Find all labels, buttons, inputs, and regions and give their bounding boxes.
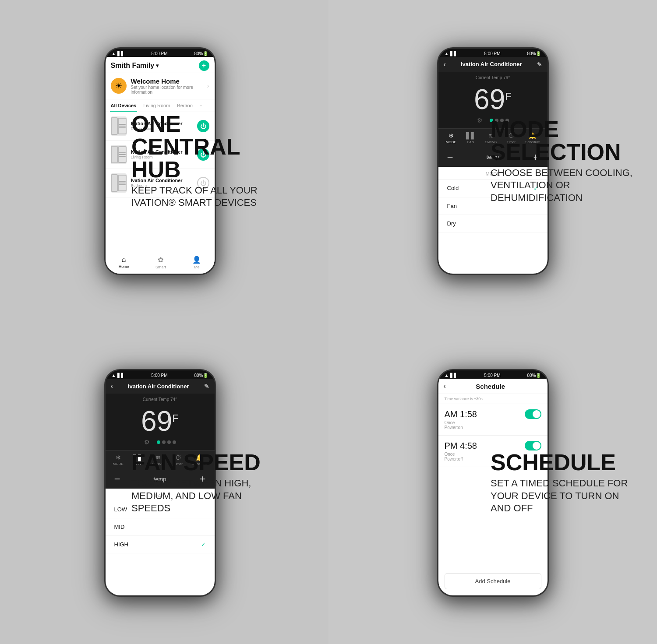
fan-option-mid[interactable]: MID — [106, 518, 215, 536]
quadrant-1: ▲ ▋▋ 5:00 PM 80%🔋 Smith Family + ☀ — [0, 0, 328, 322]
toggle-2[interactable] — [525, 441, 541, 450]
welcome-title: Welcome Home — [131, 77, 203, 85]
status-time-4: 5:00 PM — [484, 373, 500, 378]
schedule-item-1[interactable]: AM 1:58 OncePower:on — [438, 404, 548, 436]
signal-icon-2: ▋▋ — [450, 51, 457, 56]
nav-home-label: Home — [119, 264, 129, 269]
wifi-icon-3: ▲ — [112, 373, 116, 378]
temp-minus[interactable]: − — [447, 151, 453, 163]
status-left-1: ▲ ▋▋ — [112, 51, 125, 56]
status-bar-1: ▲ ▋▋ 5:00 PM 80%🔋 — [106, 49, 215, 57]
q2-label: MODESELECTION CHOOSE BETWEEN COOLING, VE… — [491, 118, 639, 204]
quadrant-2: ▲ ▋▋ 5:00 PM 80%🔋 ‹ Ivation Air Conditio… — [328, 0, 657, 322]
mode-icon: ❄ — [449, 132, 454, 139]
ac-icon-1 — [111, 116, 127, 136]
sched-time-2: PM 4:58 — [445, 441, 477, 451]
schedule-notice: Time variance is ±30s — [438, 394, 548, 404]
back-button-3[interactable]: ‹ — [111, 382, 113, 390]
nav-smart[interactable]: ✿ Smart — [155, 256, 166, 269]
gear-icon-2: ⚙ — [477, 117, 483, 124]
ac-icon-3 — [111, 173, 127, 193]
signal-icon-3: ▋▋ — [117, 373, 124, 378]
mode-dry-label: Dry — [447, 220, 456, 227]
ac-icon-2 — [111, 145, 127, 164]
setting-dots-3 — [157, 440, 176, 444]
sched-meta-1: OncePower:on — [445, 420, 477, 430]
dot-3-4 — [173, 440, 176, 444]
tab-all-devices[interactable]: All Devices — [110, 101, 138, 112]
ac-header-2: ‹ Ivation Air Conditioner ✎ — [438, 57, 548, 72]
status-battery-4: 80%🔋 — [527, 373, 541, 378]
status-battery: 80%🔋 — [194, 51, 208, 56]
add-schedule-button[interactable]: Add Schedule — [445, 573, 541, 589]
q1-subtitle: KEEP TRACK OF ALL YOUR IVATION® SMART DE… — [131, 184, 280, 209]
mode-option-dry[interactable]: Dry — [438, 215, 548, 232]
toggle-1[interactable] — [525, 409, 541, 419]
tab-bedroom[interactable]: Bedroo — [176, 101, 193, 112]
sched-meta-2: OncePower:off — [445, 452, 477, 461]
sched-row-1: AM 1:58 OncePower:on — [445, 409, 541, 430]
q2-title: MODESELECTION — [491, 118, 639, 163]
signal-icon-4: ▋▋ — [450, 373, 457, 378]
big-temp-3: 69F — [106, 403, 215, 435]
ctrl-fan[interactable]: ▋▋ FAN — [466, 132, 476, 144]
ctrl-mode-3[interactable]: ❄ MODE — [113, 454, 124, 466]
welcome-text: Welcome Home Set your home location for … — [131, 77, 203, 95]
status-time-2: 5:00 PM — [484, 51, 500, 56]
fan-option-high[interactable]: HIGH ✓ — [106, 536, 215, 553]
big-temp-2: 69F — [438, 81, 548, 113]
bottom-nav: ⌂ Home ✿ Smart 👤 Me — [106, 252, 215, 274]
nav-me[interactable]: 👤 Me — [192, 256, 201, 269]
temp-minus-3[interactable]: − — [114, 473, 120, 485]
welcome-banner[interactable]: ☀ Welcome Home Set your home location fo… — [106, 73, 215, 99]
home-icon: ⌂ — [122, 256, 126, 264]
mode-cold-label: Cold — [447, 185, 459, 191]
q3-subtitle: TOGGLE BETWEEN HIGH, MEDIUM, AND LOW FAN… — [131, 477, 280, 515]
sched-info-1: AM 1:58 OncePower:on — [445, 409, 477, 430]
tab-more[interactable]: ··· — [199, 101, 205, 112]
back-button-2[interactable]: ‹ — [444, 60, 446, 68]
fan-low-label: LOW — [114, 506, 127, 513]
fan-icon: ▋▋ — [466, 132, 476, 139]
q3-label: FAN SPEED TOGGLE BETWEEN HIGH, MEDIUM, A… — [131, 451, 280, 515]
quadrant-4: ▲ ▋▋ 5:00 PM 80%🔋 ‹ Schedule Time varian… — [328, 322, 657, 644]
q1-label: ONECENTRAL HUB KEEP TRACK OF ALL YOUR IV… — [131, 113, 280, 209]
mode-icon-3: ❄ — [116, 454, 121, 461]
add-device-button[interactable]: + — [199, 60, 209, 71]
fan-mid-label: MID — [114, 524, 125, 530]
schedule-header: ‹ Schedule — [438, 379, 548, 394]
current-temp-3: Current Temp 74° — [106, 394, 215, 403]
home-header: Smith Family + — [106, 57, 215, 73]
back-button-4[interactable]: ‹ — [444, 382, 446, 390]
mode-fan-label: Fan — [447, 203, 457, 209]
edit-button-3[interactable]: ✎ — [204, 383, 209, 390]
ac-header-3: ‹ Ivation Air Conditioner ✎ — [106, 379, 215, 394]
sched-time-1: AM 1:58 — [445, 409, 477, 419]
dot-3-1 — [157, 440, 160, 444]
sched-info-2: PM 4:58 OncePower:off — [445, 441, 477, 461]
nav-home[interactable]: ⌂ Home — [119, 256, 129, 269]
status-bar-3: ▲ ▋▋ 5:00 PM 80%🔋 — [106, 370, 215, 379]
settings-row-3: ⚙ — [106, 435, 215, 450]
status-bar-4: ▲ ▋▋ 5:00 PM 80%🔋 — [438, 370, 548, 379]
q4-label: SCHEDULE SET A TIMED SCHEDULE FOR YOUR D… — [491, 451, 639, 515]
fan-high-check: ✓ — [201, 541, 206, 548]
nav-smart-label: Smart — [155, 265, 166, 269]
person-icon: 👤 — [192, 256, 201, 264]
ctrl-mode[interactable]: ❄ MODE — [446, 132, 456, 144]
status-battery-2: 80%🔋 — [527, 51, 541, 56]
q4-title: SCHEDULE — [491, 451, 639, 474]
fan-high-label: HIGH — [114, 541, 129, 548]
ac-title-2: Ivation Air Conditioner — [461, 61, 522, 67]
dot-3-2 — [162, 440, 166, 444]
ac-title-3: Ivation Air Conditioner — [128, 383, 189, 390]
edit-button-2[interactable]: ✎ — [537, 61, 542, 68]
wifi-icon: ▲ — [112, 51, 116, 56]
welcome-subtitle: Set your home location for more informat… — [131, 85, 203, 95]
current-temp-2: Current Temp 76° — [438, 72, 548, 81]
family-name[interactable]: Smith Family — [111, 62, 159, 70]
tab-living-room[interactable]: Living Room — [142, 101, 171, 112]
q4-subtitle: SET A TIMED SCHEDULE FOR YOUR DEVICE TO … — [491, 477, 639, 515]
dot-3-3 — [167, 440, 171, 444]
status-bar-2: ▲ ▋▋ 5:00 PM 80%🔋 — [438, 49, 548, 57]
